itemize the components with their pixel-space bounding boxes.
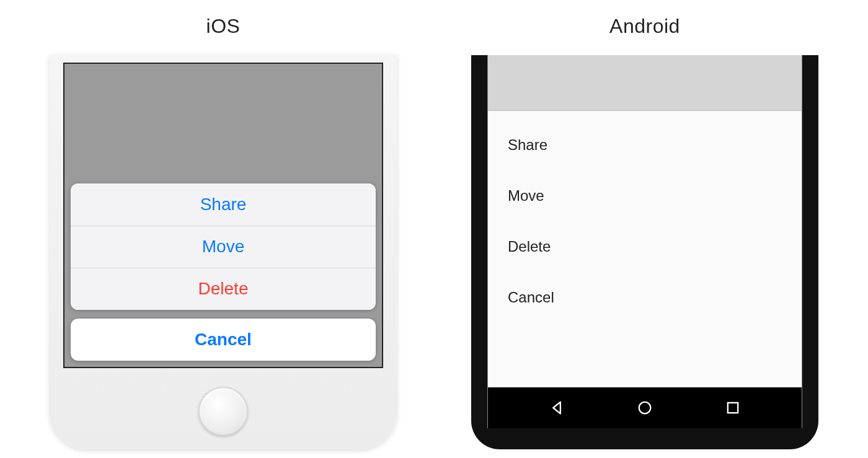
ios-device-frame: Share Move Delete Cancel bbox=[50, 55, 397, 449]
ios-action-delete[interactable]: Delete bbox=[71, 268, 376, 310]
ios-column: iOS Share Move Delete Cancel bbox=[50, 15, 397, 458]
android-recents-icon[interactable] bbox=[724, 399, 742, 416]
android-action-move[interactable]: Move bbox=[488, 170, 802, 221]
ios-action-share-label: Share bbox=[200, 195, 247, 214]
android-device-frame: Share Move Delete Cancel bbox=[471, 55, 818, 449]
android-backdrop bbox=[488, 55, 802, 111]
android-action-delete[interactable]: Delete bbox=[488, 221, 802, 272]
ios-home-button[interactable] bbox=[198, 387, 248, 436]
ios-cancel-label: Cancel bbox=[195, 330, 252, 350]
android-action-share[interactable]: Share bbox=[488, 120, 802, 170]
ios-action-sheet: Share Move Delete bbox=[71, 183, 376, 310]
ios-label: iOS bbox=[206, 15, 241, 38]
ios-action-delete-label: Delete bbox=[198, 279, 249, 299]
android-nav-bar bbox=[488, 387, 802, 428]
android-action-share-label: Share bbox=[508, 136, 547, 154]
android-screen: Share Move Delete Cancel bbox=[487, 55, 802, 428]
android-back-icon[interactable] bbox=[548, 399, 565, 416]
android-bottom-sheet: Share Move Delete Cancel bbox=[488, 111, 802, 387]
ios-action-move-label: Move bbox=[202, 237, 244, 257]
svg-rect-1 bbox=[728, 403, 738, 413]
ios-action-share[interactable]: Share bbox=[71, 183, 376, 226]
android-action-delete-label: Delete bbox=[508, 238, 551, 255]
android-action-move-label: Move bbox=[508, 187, 544, 205]
android-action-cancel[interactable]: Cancel bbox=[488, 272, 802, 323]
android-label: Android bbox=[609, 15, 680, 38]
ios-screen: Share Move Delete Cancel bbox=[63, 63, 383, 368]
ios-action-move[interactable]: Move bbox=[71, 226, 376, 268]
android-column: Android Share Move Delete Cancel bbox=[471, 15, 818, 458]
svg-point-0 bbox=[639, 402, 651, 414]
android-action-cancel-label: Cancel bbox=[508, 289, 554, 306]
ios-cancel-button[interactable]: Cancel bbox=[71, 319, 376, 361]
android-home-icon[interactable] bbox=[636, 399, 653, 416]
